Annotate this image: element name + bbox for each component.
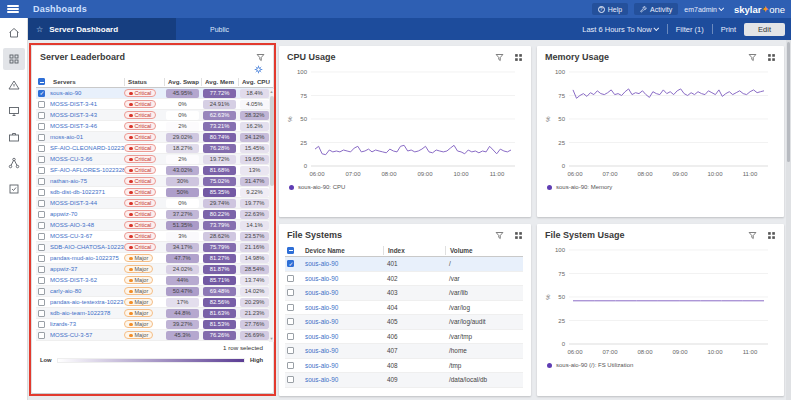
row-checkbox[interactable] <box>38 277 45 284</box>
device-link[interactable]: sous-aio-90 <box>301 333 383 340</box>
filter-funnel-icon[interactable] <box>495 53 504 62</box>
table-row[interactable]: sous-aio-90406/var/tmp <box>285 330 523 345</box>
row-checkbox[interactable] <box>38 200 45 207</box>
row-checkbox[interactable] <box>38 332 45 339</box>
table-row[interactable]: pandas-mud-aio-1022375Major47.7%81.27%14… <box>36 253 273 264</box>
favorite-star-icon[interactable]: ☆ <box>36 25 43 34</box>
row-checkbox[interactable] <box>287 289 294 296</box>
table-row[interactable]: appwiz-37Major24.02%81.87%28.54% <box>36 264 273 275</box>
user-menu[interactable]: em7admin <box>684 6 724 13</box>
table-row[interactable]: sous-aio-90408/tmp <box>285 359 523 374</box>
panel-options-grid-icon[interactable] <box>514 53 523 62</box>
row-checkbox[interactable] <box>38 310 45 317</box>
table-row[interactable]: sous-aio-90402/var <box>285 272 523 287</box>
device-link[interactable]: sous-aio-90 <box>301 260 383 267</box>
device-link[interactable]: sous-aio-90 <box>301 289 383 296</box>
row-checkbox[interactable] <box>38 222 45 229</box>
server-link[interactable]: pandas-mud-aio-1022375 <box>50 255 124 261</box>
table-row[interactable]: MOSS-DIST-3-41Critical0%24.91%4.05% <box>36 99 273 110</box>
table-row[interactable]: MOSS-DIST-3-44Critical0%29.74%19.77% <box>36 198 273 209</box>
row-checkbox[interactable] <box>38 233 45 240</box>
server-link[interactable]: MOSS-CU-3-67 <box>50 233 124 239</box>
server-link[interactable]: appwiz-70 <box>50 211 124 217</box>
table-row[interactable]: SF-AIO-AFLORES-1022328Critical43.02%81.6… <box>36 165 273 176</box>
table-row[interactable]: sous-aio-90403/var/lib <box>285 286 523 301</box>
server-link[interactable]: MOSS-DIST-3-41 <box>50 101 124 107</box>
table-row[interactable]: sous-aio-90407/home <box>285 344 523 359</box>
table-row[interactable]: MOSS-DIST-3-43Critical0%62.63%38.32% <box>36 110 273 121</box>
help-button[interactable]: ? Help <box>592 3 628 15</box>
table-row[interactable]: sous-aio-90401/ <box>285 257 523 272</box>
table-row[interactable]: sous-aio-90Critical45.95%77.72%18.4% <box>36 88 273 99</box>
table-row[interactable]: MOSS-CU-3-67Critical3%28.62%23.57% <box>36 231 273 242</box>
sidebar-item-devices[interactable] <box>3 100 25 122</box>
table-row[interactable]: sous-aio-90409/data/local/db <box>285 373 523 388</box>
filter-funnel-icon[interactable] <box>495 231 504 240</box>
sidebar-item-maps[interactable] <box>3 152 25 174</box>
table-row[interactable]: MOSS-AIO-3-48Critical51.35%73.79%14.1% <box>36 220 273 231</box>
sidebar-item-business-services[interactable] <box>3 126 25 148</box>
row-checkbox[interactable] <box>38 101 45 108</box>
row-checkbox[interactable] <box>38 189 45 196</box>
server-link[interactable]: lizards-73 <box>50 321 124 327</box>
table-row[interactable]: SF-AIO-CLEONARD-1022321Critical18.27%76.… <box>36 143 273 154</box>
row-checkbox[interactable] <box>38 145 45 152</box>
device-link[interactable]: sous-aio-90 <box>301 347 383 354</box>
table-row[interactable]: appwiz-70Critical37.27%80.22%22.63% <box>36 209 273 220</box>
sidebar-item-events[interactable] <box>3 74 25 96</box>
row-checkbox[interactable] <box>38 244 45 251</box>
row-checkbox[interactable] <box>287 275 294 282</box>
server-link[interactable]: appwiz-37 <box>50 266 124 272</box>
col-avg-cpu[interactable]: Avg. CPU <box>238 78 271 86</box>
server-link[interactable]: sdb-aio-team-1022378 <box>50 310 124 316</box>
table-row[interactable]: MOSS-CU-3-66Critical2%19.72%19.65% <box>36 154 273 165</box>
print-button[interactable]: Print <box>721 25 736 34</box>
table-row[interactable]: pandas-aio-testextra-1022377Major17%82.5… <box>36 297 273 308</box>
table-row[interactable]: MOSS-DIST-3-46Critical2%73.21%16.2% <box>36 121 273 132</box>
table-row[interactable]: moss-aio-01Critical29.02%80.74%34.12% <box>36 132 273 143</box>
row-checkbox[interactable] <box>287 362 294 369</box>
select-all-checkbox[interactable] <box>38 78 45 85</box>
server-link[interactable]: MOSS-DIST-3-62 <box>50 277 124 283</box>
row-checkbox[interactable] <box>38 90 45 97</box>
server-link[interactable]: MOSS-AIO-3-48 <box>50 222 124 228</box>
server-link[interactable]: carly-aio-80 <box>50 288 124 294</box>
panel-options-grid-icon[interactable] <box>514 231 523 240</box>
server-link[interactable]: MOSS-DIST-3-44 <box>50 200 124 206</box>
filter-funnel-icon[interactable] <box>748 53 757 62</box>
filter-funnel-icon[interactable] <box>256 53 265 62</box>
server-link[interactable]: MOSS-DIST-3-43 <box>50 112 124 118</box>
table-scrollbar[interactable]: ▲ ▼ <box>269 89 274 342</box>
col-volume[interactable]: Volume <box>445 246 523 255</box>
table-row[interactable]: carly-aio-80Major50.47%69.48%14.02% <box>36 286 273 297</box>
filter-funnel-icon[interactable] <box>748 231 757 240</box>
row-checkbox[interactable] <box>38 134 45 141</box>
table-row[interactable]: MOSS-DIST-3-62Major44%85.71%13.74% <box>36 275 273 286</box>
table-row[interactable]: sous-aio-90405/var/log/audit <box>285 315 523 330</box>
activity-button[interactable]: Activity <box>634 3 678 15</box>
row-checkbox[interactable] <box>287 376 294 383</box>
col-device-name[interactable]: Device Name <box>301 246 383 255</box>
server-link[interactable]: pandas-aio-testextra-1022377 <box>50 299 124 305</box>
server-link[interactable]: SF-AIO-CLEONARD-1022321 <box>50 145 124 151</box>
table-row[interactable]: nathan-aio-75Critical30%75.02%31.47% <box>36 176 273 187</box>
row-checkbox[interactable] <box>38 288 45 295</box>
col-avg-mem[interactable]: Avg. Mem <box>201 78 238 86</box>
row-checkbox[interactable] <box>38 211 45 218</box>
panel-options-grid-icon[interactable] <box>767 53 776 62</box>
server-link[interactable]: moss-aio-01 <box>50 134 124 140</box>
row-checkbox[interactable] <box>38 112 45 119</box>
server-link[interactable]: MOSS-DIST-3-46 <box>50 123 124 129</box>
row-checkbox[interactable] <box>287 304 294 311</box>
row-checkbox[interactable] <box>287 347 294 354</box>
dashboard-tab[interactable]: ☆ Server Dashboard <box>28 18 176 40</box>
table-row[interactable]: sous-aio-90404/var/log <box>285 301 523 316</box>
table-row[interactable]: sdb-aio-team-1022378Major44.8%81.63%21.2… <box>36 308 273 319</box>
scroll-up-icon[interactable]: ▲ <box>269 89 274 95</box>
server-link[interactable]: MOSS-CU-3-57 <box>50 332 124 338</box>
row-checkbox[interactable] <box>38 156 45 163</box>
row-checkbox[interactable] <box>287 318 294 325</box>
panel-options-grid-icon[interactable] <box>767 231 776 240</box>
page-scrollbar[interactable] <box>786 40 791 400</box>
device-link[interactable]: sous-aio-90 <box>301 376 383 383</box>
